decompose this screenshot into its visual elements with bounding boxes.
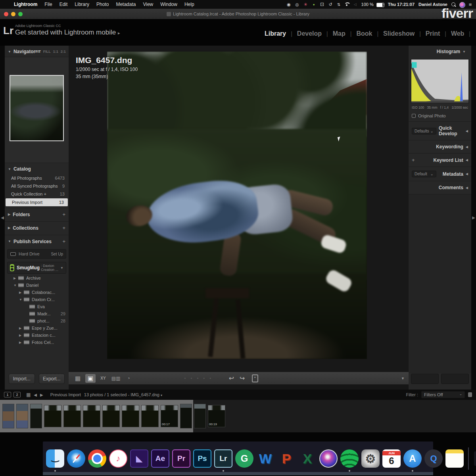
navigator-preview-image[interactable] [10, 75, 64, 141]
toolbar-dropdown-icon[interactable]: ▼ [401, 376, 405, 380]
zoom-option[interactable]: 1:1 [53, 50, 58, 54]
menubar-item[interactable]: Metadata [112, 2, 139, 7]
dock-app[interactable]: Lr [214, 448, 232, 469]
tree-arrow-icon[interactable]: ▶ [13, 276, 18, 280]
publish-services-header[interactable]: ▼ Publish Services + [5, 235, 69, 247]
menubar-item[interactable]: Edit [56, 2, 71, 7]
dock-app[interactable]: P [277, 448, 296, 469]
dock-app[interactable] [466, 448, 470, 469]
tree-arrow-icon[interactable]: ▶ [19, 341, 24, 344]
catalog-item[interactable]: Previous Import 13 [6, 198, 68, 206]
tree-arrow-icon[interactable]: ▼ [19, 298, 24, 301]
dock-app[interactable] [340, 448, 359, 469]
filmstrip-thumbnail[interactable] [44, 405, 61, 427]
right-panel-section-header[interactable]: Default⌄ Metadata ◀ [409, 167, 471, 181]
histogram-chart[interactable] [411, 59, 469, 104]
add-collection-icon[interactable]: + [62, 225, 65, 231]
add-folder-icon[interactable]: + [62, 211, 65, 217]
filmstrip-thumbnail[interactable] [122, 405, 139, 427]
view-mode-icon[interactable]: ▤▥ [111, 374, 121, 383]
filmstrip-thumbnail[interactable] [83, 405, 100, 427]
back-arrow-icon[interactable]: ◀ [34, 393, 37, 397]
publish-tree-item[interactable]: ▶ Estacion c... [5, 332, 69, 339]
publish-tree-item[interactable]: ▶ Fotos Cel... [5, 339, 69, 346]
right-panel-section-header[interactable]: ⌄ Comments ◀ [409, 181, 471, 194]
publish-tree-item[interactable]: Madr... 29 [5, 310, 69, 317]
add-publish-service-icon[interactable]: + [62, 238, 65, 244]
set-up-link[interactable]: Set Up [51, 252, 63, 256]
filmstrip-thumbnail[interactable] [2, 404, 14, 428]
import-button[interactable]: Import... [9, 374, 35, 384]
dock-app[interactable] [67, 448, 85, 469]
dock-app[interactable]: ⚙ [361, 448, 380, 469]
filmstrip-thumbnail[interactable] [102, 405, 120, 427]
section-dropdown[interactable]: Default⌄ [412, 171, 436, 177]
dock-app[interactable]: Pr [172, 448, 190, 469]
status-icon[interactable] [302, 2, 309, 8]
add-keyword-icon[interactable]: + [412, 157, 415, 163]
left-panel-collapse-arrow[interactable]: ◀ [0, 46, 5, 390]
right-panel-section-header[interactable]: Defaults⌄ Quick Develop ◀ [409, 121, 471, 140]
status-icon[interactable] [352, 2, 359, 8]
catalog-item[interactable]: Quick Collection + 13 [5, 190, 69, 198]
publish-tree-item[interactable]: ▼ Daniel [5, 282, 69, 289]
secondary-window-button[interactable]: 2 [13, 392, 21, 397]
dock-app[interactable] [445, 448, 464, 469]
painter-tool-icon[interactable] [252, 374, 258, 382]
right-panel-section-header[interactable]: ⌄ + Keyword List ◀ [409, 153, 471, 167]
filmstrip-thumbnail[interactable] [63, 405, 81, 427]
tree-arrow-icon[interactable]: ▶ [19, 326, 24, 330]
catalog-item[interactable]: All Synced Photographs 9 [5, 182, 69, 190]
publish-smugmug[interactable]: SmugMug : Daxton Creation ... ▼ [7, 262, 66, 274]
status-icon[interactable] [344, 2, 350, 8]
smugmug-dropdown-icon[interactable]: ▼ [60, 266, 63, 270]
folders-header[interactable]: ▶ Folders + [5, 208, 69, 220]
status-text[interactable]: 100 % [360, 2, 375, 7]
filmstrip-thumbnail[interactable] [180, 404, 192, 428]
status-icon[interactable] [327, 2, 334, 8]
publish-tree-item[interactable]: Eva [5, 303, 69, 310]
menubar-item[interactable]: Library [71, 2, 93, 7]
status-icon[interactable] [336, 2, 342, 8]
rotate-right-icon[interactable]: ↪ [240, 374, 245, 382]
dock-app[interactable] [88, 448, 106, 469]
zoom-option[interactable]: 2:1 [61, 50, 66, 54]
checkbox-icon[interactable] [412, 114, 416, 118]
export-button[interactable]: Export... [39, 374, 65, 384]
status-icon[interactable] [319, 2, 326, 8]
original-photo-row[interactable]: Original Photo [409, 110, 471, 121]
publish-tree-item[interactable]: ▶ Archive [5, 274, 69, 282]
dock-app[interactable]: JUN 6 [382, 448, 401, 469]
catalog-header[interactable]: ▼ Catalog [5, 163, 69, 174]
zoom-option[interactable]: FIT [35, 50, 41, 54]
section-dropdown[interactable]: Defaults⌄ [412, 128, 436, 134]
zoom-option[interactable]: FILL [43, 50, 51, 54]
menubar-item[interactable]: File [41, 2, 56, 7]
dock-app[interactable] [473, 448, 476, 469]
filmstrip-thumbnail[interactable] [194, 404, 206, 428]
tree-arrow-icon[interactable]: ▼ [13, 284, 18, 287]
identity-plate[interactable]: Adobe Lightroom Classic CC Get started w… [15, 24, 120, 36]
view-mode-icon[interactable]: XY [98, 374, 108, 383]
module-tab[interactable]: Book [351, 30, 377, 37]
status-icon[interactable] [286, 2, 292, 8]
tree-arrow-icon[interactable]: ▶ [19, 291, 24, 294]
module-tab[interactable]: Map [328, 30, 350, 37]
menubar-item[interactable]: Window [157, 2, 181, 7]
publish-tree-item[interactable]: ▶ Colaborac... [5, 289, 69, 296]
dock-app[interactable] [109, 448, 127, 469]
view-mode-icon[interactable]: ◔ [123, 374, 134, 383]
tagline[interactable]: Get started with Lightroom mobile [15, 29, 116, 36]
dock-app[interactable]: W [256, 448, 274, 469]
menubar-item[interactable]: Lightroom [10, 2, 41, 7]
secondary-window-button[interactable]: 1 [4, 392, 11, 397]
dock-app[interactable]: Ae [151, 448, 169, 469]
publish-tree-item[interactable]: ▼ Daxton Cr... [5, 296, 69, 303]
right-panel-section-header[interactable]: ⌄ Keywording ◀ [409, 140, 471, 153]
dock-app[interactable] [319, 448, 338, 469]
publish-hard-drive[interactable]: Hard Drive Set Up [7, 249, 66, 259]
module-tab[interactable]: Web [446, 30, 469, 37]
dock-app[interactable] [130, 448, 148, 469]
sync-settings-button[interactable] [411, 374, 439, 384]
menubar-item[interactable]: Help [181, 2, 198, 7]
